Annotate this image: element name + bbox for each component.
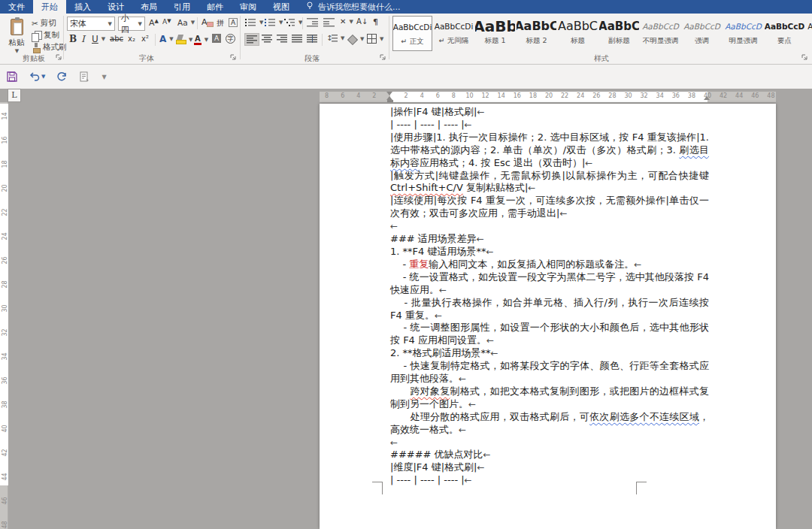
style-无间隔[interactable]: AaBbCcDi↵ 无间隔 [434, 16, 474, 51]
style-正文[interactable]: AaBbCcDi↵ 正文 [392, 16, 432, 51]
increase-indent-button[interactable] [323, 18, 335, 27]
justify-button[interactable] [292, 35, 302, 43]
paragraph: |使用步骤|1. 执行一次目标操作；2. 选中目标区域，按 F4 重复该操作|1… [390, 131, 709, 170]
h-ruler-number: 32 [641, 92, 648, 99]
copy-button[interactable]: 复制 [32, 30, 59, 41]
multilevel-list-button[interactable]: ▼ [284, 18, 302, 27]
ribbon-tab-布局[interactable]: 布局 [132, 0, 165, 14]
text-run: 1. **F4 键适用场景** [390, 246, 486, 257]
horizontal-ruler[interactable]: 8642246810121416182022242628303234363840… [320, 92, 776, 102]
ribbon-tab-开始[interactable]: 开始 [33, 0, 66, 14]
ribbon-tab-视图[interactable]: 视图 [265, 0, 298, 14]
superscript-button[interactable]: x² [141, 35, 149, 43]
enclose-characters-button[interactable]: 字 [226, 34, 235, 44]
shading-button[interactable]: ▼ [347, 35, 364, 44]
subscript-button[interactable]: x₂ [128, 35, 135, 43]
document-tool-button[interactable] [78, 71, 90, 83]
ribbon-tab-邮件[interactable]: 邮件 [198, 0, 232, 14]
paragraph-mark: ← [477, 107, 484, 117]
v-ruler-number: 24 [2, 232, 8, 240]
style-明显强调[interactable]: AaBbCcD明显强调 [723, 16, 763, 51]
grow-font-button[interactable]: A▲ [149, 18, 159, 28]
style-要点[interactable]: AaBbCcD要点 [765, 16, 804, 51]
asian-layout-button[interactable]: ✕▼ [340, 17, 353, 26]
ribbon-tab-插入[interactable]: 插入 [66, 0, 99, 14]
underline-button[interactable]: U▼ [92, 34, 105, 44]
sort-button[interactable]: A↓ [356, 17, 368, 26]
style-partial[interactable]: AaBbCcD [806, 16, 812, 51]
h-ruler-number: 22 [561, 92, 568, 99]
style-标题[interactable]: AaBbC标题 [558, 16, 598, 51]
character-shading-button[interactable]: A [212, 34, 221, 43]
h-ruler-number: 20 [545, 92, 553, 99]
document-text[interactable]: |操作|F4 键|格式刷|←| ---- | ---- | ---- |←|使用… [390, 106, 709, 487]
paragraph-dialog-launcher[interactable] [380, 54, 387, 62]
h-ruler-number: 18 [529, 92, 537, 99]
align-left-button[interactable] [244, 33, 259, 46]
text-effects-button[interactable]: A▼ [159, 34, 174, 44]
word-window: 文件开始插入设计布局引用邮件审阅视图 告诉我您想要做什么... 粘贴 ▼ ✂剪切… [0, 0, 812, 529]
undo-button[interactable]: ▼ [29, 71, 45, 83]
undo-icon [29, 71, 41, 83]
style-preview: AaBbCcDi [393, 17, 432, 37]
style-强调[interactable]: AaBbCcD强调 [682, 16, 722, 51]
align-center-button[interactable] [262, 35, 272, 43]
ribbon-tab-引用[interactable]: 引用 [165, 0, 198, 14]
redo-button[interactable] [56, 71, 68, 83]
align-right-button[interactable] [277, 35, 287, 43]
bullets-icon [245, 18, 256, 27]
paragraph: 2. **格式刷适用场景**← [390, 347, 709, 360]
style-副标题[interactable]: AaBbC副标题 [599, 16, 639, 51]
font-color-button[interactable]: A▼ [194, 35, 208, 45]
ribbon-tab-设计[interactable]: 设计 [99, 0, 132, 14]
style-不明显强调[interactable]: AaBbCcD不明显强调 [641, 16, 680, 51]
text-highlight-button[interactable]: ▼ [176, 35, 192, 44]
ribbon-tab-文件[interactable]: 文件 [0, 0, 33, 14]
character-border-button[interactable]: A [229, 18, 238, 27]
style-标题 2[interactable]: AaBbC标题 2 [517, 16, 556, 51]
style-name: 要点 [765, 36, 804, 46]
style-name: 明显强调 [723, 36, 763, 46]
phonetic-guide-button[interactable]: 拼 [217, 18, 224, 29]
cut-button[interactable]: ✂剪切 [32, 18, 56, 29]
clear-formatting-button[interactable]: A [201, 17, 213, 28]
show-marks-button[interactable]: ¶ [373, 17, 378, 27]
clipboard-dialog-launcher[interactable] [56, 54, 63, 62]
vertical-ruler[interactable]: 141618202224262830323436384042444648 [0, 102, 8, 529]
style-preview: AaBbCcDi [434, 16, 474, 36]
styles-gallery: AaBbCcDi↵ 正文AaBbCcDi↵ 无间隔AaBb标题 1AaBbC标题… [392, 14, 812, 53]
borders-icon [367, 34, 377, 44]
paragraph: ← [390, 437, 709, 449]
paragraph-mark: ← [483, 449, 491, 460]
change-case-button[interactable]: Aa▼ [177, 18, 195, 27]
tell-me-box[interactable]: 告诉我您想要做什么... [298, 0, 408, 14]
format-painter-button[interactable]: 格式刷 [32, 42, 67, 53]
line-spacing-button[interactable]: ▼ [326, 34, 344, 43]
strikethrough-button[interactable]: abc [110, 35, 123, 43]
shrink-font-button[interactable]: A▼ [162, 18, 171, 26]
save-button[interactable] [6, 71, 18, 83]
italic-button[interactable]: I [81, 34, 85, 44]
v-ruler-number: 14 [2, 112, 8, 119]
ribbon-tab-审阅[interactable]: 审阅 [232, 0, 265, 14]
numbering-button[interactable]: ▼ [265, 18, 283, 27]
hanging-indent-marker[interactable] [386, 93, 392, 100]
style-name: 标题 1 [475, 36, 515, 46]
bold-button[interactable]: B [69, 34, 77, 44]
tab-stop-selector[interactable]: L [8, 89, 21, 102]
text-run: 处理分散的格式应用，双击格式刷后，可 [390, 411, 589, 422]
text-run: |连续使用|每次按 F4 重复一次，可连续多次按，无需额外操作|单击仅一次有效；… [390, 195, 709, 219]
left-indent-marker[interactable] [387, 100, 393, 102]
font-name-combo[interactable]: 宋体▼ [67, 17, 115, 31]
style-preview: AaBbCcD [806, 16, 812, 36]
bullets-button[interactable]: ▼ [245, 18, 263, 27]
styles-dialog-launcher[interactable] [801, 54, 809, 62]
font-dialog-launcher[interactable] [230, 54, 238, 62]
decrease-indent-button[interactable] [307, 18, 318, 27]
paragraph: ### 适用场景差异← [390, 233, 709, 246]
font-size-combo[interactable]: 小四▼ [118, 17, 145, 31]
customize-qat-button[interactable]: ▼ [101, 74, 106, 80]
style-标题 1[interactable]: AaBb标题 1 [475, 16, 515, 51]
borders-button[interactable]: ▼ [367, 34, 383, 44]
distribute-button[interactable] [307, 35, 317, 43]
